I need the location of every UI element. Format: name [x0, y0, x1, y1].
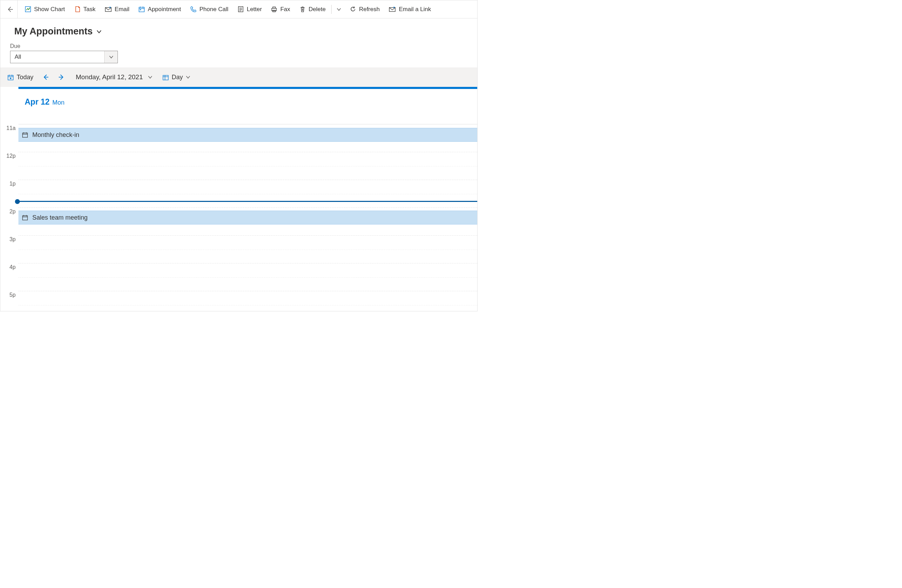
task-icon: [74, 6, 81, 13]
calendar-hour-row: 12p: [0, 152, 477, 180]
calendar-body: Apr 12 Mon 11a12p1p2p3p4p5pMonthly check…: [0, 87, 477, 311]
fax-button[interactable]: Fax: [266, 0, 294, 18]
calendar-event-title: Sales team meeting: [32, 214, 88, 221]
email-link-icon: [388, 6, 396, 13]
svg-rect-12: [23, 133, 27, 138]
view-selector[interactable]: My Appointments: [14, 26, 468, 37]
email-icon: [105, 6, 112, 13]
view-title: My Appointments: [14, 26, 93, 37]
chevron-down-icon: [148, 75, 153, 80]
show-chart-label: Show Chart: [34, 6, 65, 13]
calendar-hour-label: 5p: [0, 291, 19, 311]
due-filter-value: All: [11, 53, 25, 61]
calendar-hour-cell[interactable]: [19, 180, 477, 208]
calendar-event[interactable]: Monthly check-in: [19, 128, 477, 142]
show-chart-button[interactable]: Show Chart: [20, 0, 69, 18]
email-label: Email: [115, 6, 130, 13]
back-button[interactable]: [2, 0, 18, 18]
email-link-button[interactable]: Email a Link: [384, 0, 435, 18]
calendar-icon: [138, 6, 145, 13]
svg-rect-11: [163, 75, 168, 80]
calendar-hour-label: 1p: [0, 180, 19, 208]
calendar-day-header: Apr 12 Mon: [19, 89, 477, 124]
task-label: Task: [83, 6, 96, 13]
calendar-hour-label: 12p: [0, 152, 19, 180]
chevron-down-icon: [186, 75, 191, 80]
calendar-hour-row: 5p: [0, 291, 477, 311]
calendar-hour-label: 11a: [0, 124, 19, 152]
phone-call-label: Phone Call: [199, 6, 229, 13]
letter-label: Letter: [247, 6, 262, 13]
svg-rect-5: [272, 8, 276, 11]
range-selector[interactable]: Day: [159, 72, 194, 83]
refresh-icon: [350, 6, 356, 13]
calendar-hour-cell[interactable]: [19, 152, 477, 180]
fax-icon: [271, 6, 277, 13]
calendar-hour-cell[interactable]: [19, 263, 477, 291]
phone-icon: [190, 6, 197, 13]
svg-rect-13: [23, 216, 27, 220]
calendar-grid[interactable]: 11a12p1p2p3p4p5pMonthly check-inSales te…: [0, 124, 477, 311]
calendar-hour-row: 1p: [0, 180, 477, 208]
chart-icon: [25, 6, 31, 13]
today-label: Today: [17, 74, 33, 81]
email-link-label: Email a Link: [399, 6, 431, 13]
view-header: My Appointments: [0, 19, 477, 40]
delete-button[interactable]: Delete: [295, 0, 330, 18]
svg-rect-6: [273, 7, 276, 8]
svg-rect-3: [140, 9, 141, 11]
command-divider: [331, 5, 332, 14]
next-period-button[interactable]: [55, 71, 67, 83]
appointment-button[interactable]: Appointment: [134, 0, 185, 18]
due-filter-chevron: [104, 51, 117, 63]
calendar-nav-bar: Today Monday, April 12, 2021 Day: [0, 67, 477, 87]
command-bar: Show Chart Task Email Appointment Phone …: [0, 0, 477, 19]
phone-call-button[interactable]: Phone Call: [186, 0, 233, 18]
arrow-left-icon: [42, 74, 49, 81]
previous-period-button[interactable]: [40, 71, 52, 83]
calendar-event-title: Monthly check-in: [32, 131, 79, 139]
calendar-now-indicator: [17, 201, 477, 202]
chevron-down-icon: [337, 7, 341, 12]
current-date-label: Monday, April 12, 2021: [74, 74, 145, 81]
calendar-hour-cell[interactable]: [19, 236, 477, 263]
calendar-hour-label: 3p: [0, 236, 19, 263]
letter-icon: [237, 6, 244, 13]
calendar-range-icon: [162, 74, 169, 81]
today-button[interactable]: Today: [4, 72, 37, 83]
calendar-icon: [22, 214, 28, 220]
filter-label: Due: [10, 43, 468, 49]
range-label: Day: [172, 74, 183, 81]
refresh-label: Refresh: [359, 6, 380, 13]
filter-section: Due All: [0, 40, 477, 67]
task-button[interactable]: Task: [70, 0, 100, 18]
calendar-hour-row: 3p: [0, 236, 477, 263]
chevron-down-icon: [96, 29, 102, 34]
trash-icon: [299, 6, 306, 13]
svg-rect-2: [139, 7, 144, 12]
chevron-down-icon: [109, 55, 114, 59]
delete-label: Delete: [308, 6, 326, 13]
calendar-event[interactable]: Sales team meeting: [19, 211, 477, 225]
date-picker-button[interactable]: Monday, April 12, 2021: [70, 71, 156, 83]
calendar-now-dot: [15, 199, 20, 204]
overflow-menu-button[interactable]: [333, 0, 345, 18]
arrow-left-icon: [6, 6, 14, 13]
appointment-label: Appointment: [148, 6, 181, 13]
svg-rect-10: [10, 78, 11, 79]
calendar-icon: [22, 132, 28, 138]
due-filter-select[interactable]: All: [10, 51, 118, 63]
calendar-hour-label: 2p: [0, 208, 19, 236]
calendar-today-icon: [7, 74, 14, 81]
fax-label: Fax: [280, 6, 290, 13]
calendar-hour-row: 4p: [0, 263, 477, 291]
calendar-day-date: Apr 12: [25, 97, 50, 106]
refresh-button[interactable]: Refresh: [346, 0, 384, 18]
calendar-hour-cell[interactable]: [19, 291, 477, 311]
email-button[interactable]: Email: [100, 0, 134, 18]
calendar-hour-label: 4p: [0, 263, 19, 291]
calendar-day-weekday: Mon: [52, 99, 64, 106]
arrow-right-icon: [58, 74, 65, 81]
letter-button[interactable]: Letter: [233, 0, 266, 18]
